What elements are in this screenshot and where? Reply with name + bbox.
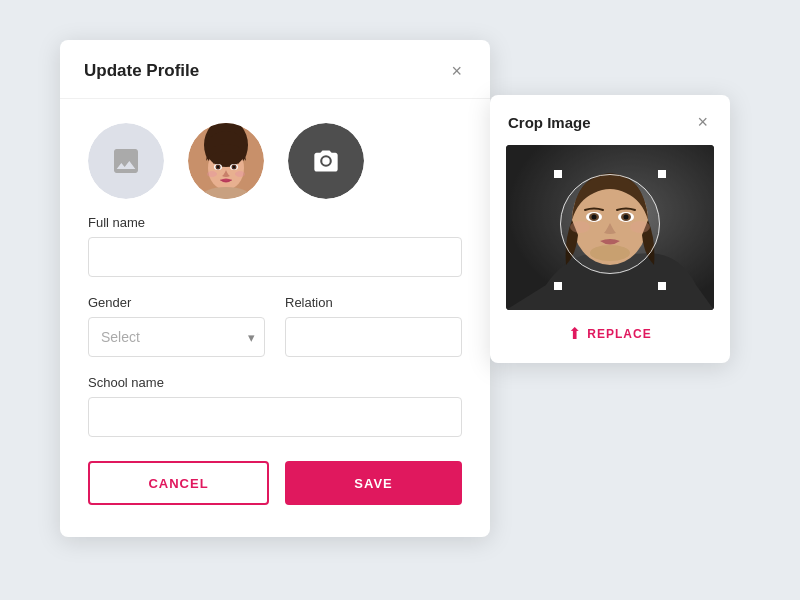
crop-handle-bottomleft[interactable]	[554, 282, 562, 290]
fullname-group: Full name	[88, 215, 462, 277]
camera-icon	[312, 147, 340, 175]
crop-image-container[interactable]	[506, 145, 714, 310]
crop-handle-topleft[interactable]	[554, 170, 562, 178]
relation-label: Relation	[285, 295, 462, 310]
crop-handle-bottomright[interactable]	[658, 282, 666, 290]
gender-select-wrapper: Select Male Female Other ▾	[88, 317, 265, 357]
crop-modal-header: Crop Image ×	[490, 95, 730, 145]
gender-label: Gender	[88, 295, 265, 310]
avatar-camera-option[interactable]	[288, 123, 364, 199]
crop-modal-title: Crop Image	[508, 114, 591, 131]
avatar-placeholder	[88, 123, 164, 199]
schoolname-group: School name	[88, 375, 462, 437]
schoolname-input[interactable]	[88, 397, 462, 437]
modal-header: Update Profile ×	[60, 40, 490, 99]
crop-image-modal: Crop Image ×	[490, 95, 730, 363]
save-button[interactable]: SAVE	[285, 461, 462, 505]
schoolname-label: School name	[88, 375, 462, 390]
svg-point-9	[217, 166, 219, 168]
relation-group: Relation	[285, 295, 462, 357]
cancel-button[interactable]: CANCEL	[88, 461, 269, 505]
crop-close-button[interactable]: ×	[693, 111, 712, 133]
close-button[interactable]: ×	[447, 60, 466, 82]
avatar-woman1-option[interactable]	[188, 123, 264, 199]
avatar-row	[60, 99, 490, 215]
avatar-woman1-image	[188, 123, 264, 199]
form-section: Full name Gender Select Male Female Othe…	[60, 215, 490, 437]
svg-point-12	[235, 171, 245, 177]
gender-relation-row: Gender Select Male Female Other ▾ Relati…	[88, 295, 462, 357]
fullname-input[interactable]	[88, 237, 462, 277]
relation-input[interactable]	[285, 317, 462, 357]
camera-overlay	[288, 123, 364, 199]
crop-circle-overlay[interactable]	[560, 174, 660, 274]
update-profile-modal: Update Profile ×	[60, 40, 490, 537]
image-placeholder-icon	[110, 145, 142, 177]
upload-icon: ⬆	[568, 324, 581, 343]
gender-select[interactable]: Select Male Female Other	[88, 317, 265, 357]
svg-point-11	[207, 171, 217, 177]
gender-group: Gender Select Male Female Other ▾	[88, 295, 265, 357]
button-row: CANCEL SAVE	[60, 461, 490, 505]
crop-handle-topright[interactable]	[658, 170, 666, 178]
avatar-placeholder-option[interactable]	[88, 123, 164, 199]
replace-label: REPLACE	[587, 327, 651, 341]
modal-title: Update Profile	[84, 61, 199, 81]
replace-button[interactable]: ⬆ REPLACE	[490, 324, 730, 343]
svg-point-10	[233, 166, 235, 168]
fullname-label: Full name	[88, 215, 462, 230]
